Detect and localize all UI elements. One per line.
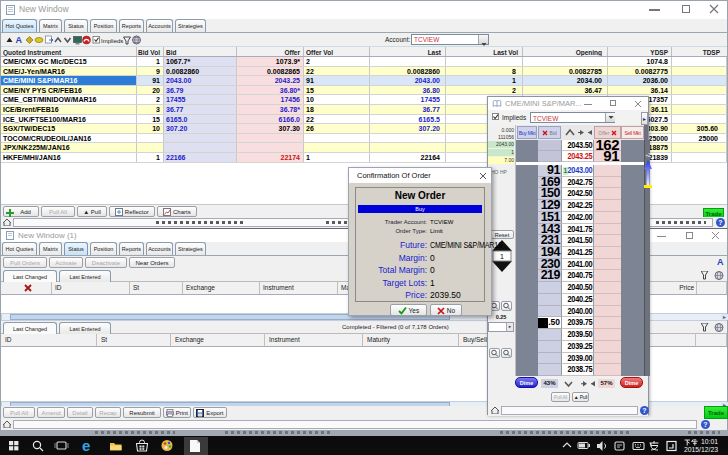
svg-text:A: A [16,35,23,45]
svg-text:e: e [82,437,90,454]
svg-text:Implieds: Implieds [101,38,123,44]
svg-text:1: 1 [500,253,504,260]
